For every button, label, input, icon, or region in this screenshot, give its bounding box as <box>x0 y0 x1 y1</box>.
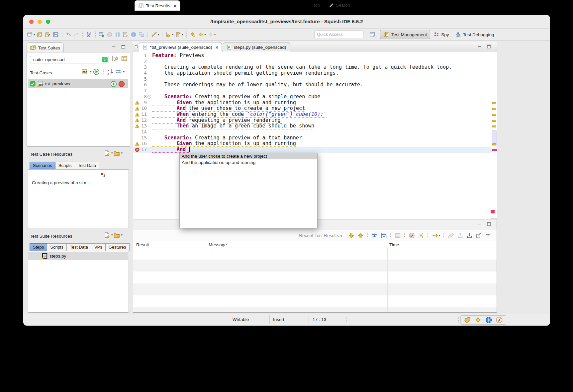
convert-caret[interactable]: ▾ <box>123 70 125 73</box>
tab-test-results[interactable]: Test Results × <box>135 0 180 11</box>
editor-tab-1[interactable]: Psteps.py (suite_openscad) <box>223 42 290 52</box>
column-result[interactable]: Result <box>136 242 149 247</box>
column-message[interactable]: Message <box>209 242 227 247</box>
stop-circle-icon[interactable] <box>118 81 125 87</box>
last-edit-location-button[interactable] <box>189 31 197 38</box>
transfer-icon[interactable] <box>115 68 122 75</box>
editor-line-15[interactable]: 15 Scenario: Creating a preview of a tex… <box>133 135 491 141</box>
squish-assistant-button[interactable] <box>475 317 481 323</box>
next-annotation-button[interactable]: ▾ <box>164 31 174 38</box>
back-caret[interactable]: ▾ <box>204 33 206 36</box>
minimize-icon[interactable] <box>477 44 482 49</box>
test-suite-resources-tab-vps[interactable]: VPs <box>91 243 106 251</box>
checkbox-checked-icon[interactable] <box>30 81 36 87</box>
completion-item-1[interactable]: And the application is up and running <box>180 159 317 166</box>
new-test-button[interactable]: ▾ <box>26 31 36 38</box>
object-map-button[interactable] <box>464 317 471 323</box>
editor-line-17[interactable]: 17 And <box>133 147 491 153</box>
maximize-icon[interactable] <box>121 44 126 49</box>
editor-line-16[interactable]: 16 Given the application is up and runni… <box>133 141 491 147</box>
windows-button[interactable] <box>138 31 145 38</box>
suite-selector-combo[interactable]: suite_openscad ▲▼ <box>30 56 109 63</box>
close-icon[interactable]: × <box>216 44 219 50</box>
editor-tab-0[interactable]: *tst_previews (suite_openscad)× <box>139 42 222 52</box>
edit-button[interactable] <box>122 31 130 38</box>
quick-access-input[interactable] <box>314 31 363 38</box>
sort-az-icon[interactable]: az <box>107 68 114 75</box>
perspective-spy[interactable]: Spy <box>430 30 452 39</box>
maximize-icon[interactable] <box>487 222 491 226</box>
test-case-resources-tab-test-data[interactable]: Test Data <box>75 162 100 170</box>
test-suite-resources-tab-gestures[interactable]: Gestures <box>106 243 130 251</box>
play-circle-icon[interactable] <box>93 68 100 75</box>
bdd-icon[interactable]: BDD <box>82 68 88 75</box>
verification-points-button[interactable] <box>408 232 416 239</box>
new-test-caret[interactable]: ▾ <box>34 33 35 36</box>
forward-button[interactable]: ▾ <box>207 31 217 38</box>
new-folder-caret[interactable]: ▾ <box>121 151 123 155</box>
run-test-button[interactable] <box>98 31 106 38</box>
editor-line-10[interactable]: 10 And the user chose to create a new pr… <box>133 106 491 112</box>
perspective-open-perspective[interactable] <box>366 30 380 39</box>
combo-stepper-icon[interactable]: ▲▼ <box>102 57 108 62</box>
editor-line-3[interactable]: 3 Creating a complete rendering of the s… <box>133 64 491 70</box>
tab-search[interactable]: Search <box>329 0 350 10</box>
ruler-warning-mark[interactable] <box>492 120 496 122</box>
pause-button[interactable] <box>114 31 122 38</box>
next-annotation-caret[interactable]: ▾ <box>172 33 174 36</box>
fold-collapse-icon[interactable]: − <box>147 94 151 100</box>
jump-to-previous-button[interactable] <box>356 232 364 239</box>
ruler-warning-mark[interactable] <box>492 114 496 116</box>
editor-line-6[interactable]: 6 These renderings may be of lower quali… <box>133 82 491 88</box>
new-resource-caret[interactable]: ▾ <box>111 151 113 155</box>
ruler-warning-mark[interactable] <box>492 125 496 127</box>
import-results-button[interactable] <box>465 232 473 239</box>
new-resource-caret[interactable]: ▾ <box>111 233 113 237</box>
editor-line-5[interactable]: 5 <box>133 76 491 82</box>
new-folder-caret[interactable]: ▾ <box>121 233 123 237</box>
new-test-case-button[interactable] <box>44 31 52 38</box>
editor-line-8[interactable]: 8− Scenario: Creating a preview of a sim… <box>133 94 491 100</box>
column-time[interactable]: Time <box>389 242 399 247</box>
clear-results-button[interactable] <box>447 232 455 239</box>
ruler-warning-mark[interactable] <box>492 143 496 145</box>
open-external-button[interactable] <box>475 232 483 239</box>
filter-caret[interactable]: ▾ <box>438 234 440 237</box>
back-button[interactable]: ▾ <box>197 31 207 38</box>
screenshots-button[interactable] <box>394 232 402 239</box>
new-page-icon[interactable] <box>104 150 110 156</box>
test-suite-resources-tab-test-data[interactable]: Test Data <box>67 243 91 251</box>
new-test-case-caret[interactable]: ▾ <box>90 70 92 73</box>
editor-line-14[interactable]: 14 <box>133 129 491 135</box>
grid-icon[interactable] <box>121 55 128 62</box>
folder-icon[interactable] <box>114 150 120 156</box>
launch-aut-button[interactable] <box>130 31 138 38</box>
export-results-button[interactable] <box>456 232 464 239</box>
redo-button[interactable] <box>72 31 80 38</box>
save-button[interactable] <box>52 31 60 38</box>
restore-view-icon[interactable] <box>134 44 139 49</box>
column-divider[interactable] <box>387 248 388 312</box>
tab-clipped[interactable]: ion <box>314 0 320 10</box>
pick-object-button[interactable] <box>85 31 93 38</box>
scenario-list-item[interactable]: Creating a preview of a sim... <box>32 180 90 185</box>
test-suite-resources-tab-scripts[interactable]: Scripts <box>47 243 67 251</box>
perspective-test-debugging[interactable]: Test Debugging <box>452 30 497 39</box>
column-divider[interactable] <box>207 248 207 312</box>
ruler-warning-mark[interactable] <box>492 108 496 110</box>
jump-to-next-button[interactable] <box>347 232 355 239</box>
perspective-test-management[interactable]: Test Management <box>380 30 430 39</box>
new-page-icon[interactable] <box>104 232 110 238</box>
previous-annotation-button[interactable]: ▾ <box>174 31 184 38</box>
ruler-warning-mark[interactable] <box>492 102 496 104</box>
close-icon[interactable]: × <box>174 3 177 9</box>
completion-item-0[interactable]: And the user chose to create a new proje… <box>180 153 317 159</box>
editor-line-2[interactable]: 2 <box>133 59 491 65</box>
editor-line-12[interactable]: 12 And requesting a preview rendering <box>133 118 491 123</box>
annotation-pen-button[interactable]: ▾ <box>150 31 160 38</box>
minimize-icon[interactable] <box>477 222 482 226</box>
test-case-resources-tab-scripts[interactable]: Scripts <box>55 162 75 170</box>
record-button[interactable] <box>106 31 114 38</box>
expand-all-button[interactable] <box>370 232 378 239</box>
minimize-icon[interactable] <box>112 44 116 49</box>
